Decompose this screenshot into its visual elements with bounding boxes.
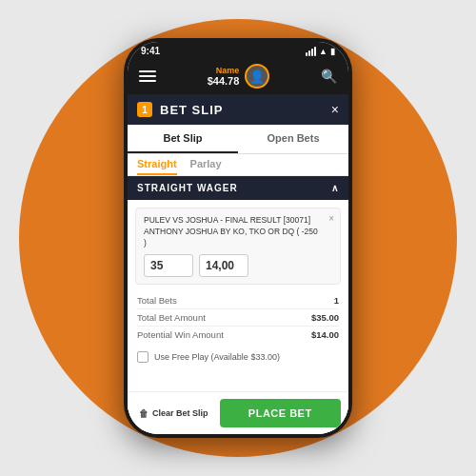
wifi-icon: ▲ bbox=[319, 47, 327, 56]
total-bets-value: 1 bbox=[334, 295, 339, 306]
summary-row: Total Bets 1 bbox=[137, 292, 339, 309]
summary-row: Total Bet Amount $35.00 bbox=[137, 309, 339, 327]
clear-bet-slip-button[interactable]: 🗑 Clear Bet Slip bbox=[135, 408, 212, 419]
free-play-checkbox[interactable] bbox=[137, 351, 149, 363]
status-time: 9:41 bbox=[141, 46, 160, 56]
tab-open-bets[interactable]: Open Bets bbox=[238, 125, 348, 153]
top-nav: Name $44.78 👤 🔍 bbox=[128, 58, 348, 94]
summary-section: Total Bets 1 Total Bet Amount $35.00 Pot… bbox=[128, 285, 348, 347]
win-amount-input[interactable] bbox=[199, 254, 248, 277]
chevron-up-icon[interactable]: ∧ bbox=[331, 183, 339, 193]
main-tabs: Bet Slip Open Bets bbox=[128, 125, 348, 154]
status-icons: ▲ ▮ bbox=[306, 47, 335, 56]
phone-screen: 9:41 ▲ ▮ bbox=[128, 42, 348, 434]
bottom-bar: 🗑 Clear Bet Slip PLACE BET bbox=[128, 391, 348, 434]
account-label: Name $44.78 bbox=[208, 66, 240, 87]
sub-tabs: Straight Parlay bbox=[128, 154, 348, 176]
user-icon: 👤 bbox=[249, 69, 265, 84]
bet-slip-title: BET SLIP bbox=[160, 103, 324, 117]
potential-win-value: $14.00 bbox=[311, 329, 339, 340]
wager-section: STRAIGHT WAGER ∧ × PULEV VS JOSHUA - FIN… bbox=[128, 176, 348, 391]
potential-win-label: Potential Win Amount bbox=[137, 329, 224, 340]
avatar[interactable]: 👤 bbox=[245, 64, 269, 89]
tab-bet-slip[interactable]: Bet Slip bbox=[128, 125, 238, 153]
risk-amount-input[interactable] bbox=[144, 254, 193, 277]
bet-slip-panel: 1 BET SLIP × Bet Slip Open Bets Straight… bbox=[128, 94, 348, 434]
menu-button[interactable] bbox=[139, 70, 156, 82]
bet-slip-header: 1 BET SLIP × bbox=[128, 94, 348, 125]
account-name: Name bbox=[208, 66, 240, 75]
free-play-label: Use Free Play (Available $33.00) bbox=[154, 352, 280, 362]
status-bar: 9:41 ▲ ▮ bbox=[128, 42, 348, 58]
tab-parlay[interactable]: Parlay bbox=[190, 158, 222, 175]
remove-bet-button[interactable]: × bbox=[328, 213, 334, 224]
clear-bet-label: Clear Bet Slip bbox=[152, 408, 208, 418]
bet-description: PULEV VS JOSHUA - FINAL RESULT [30071] A… bbox=[144, 215, 332, 249]
battery-icon: ▮ bbox=[330, 47, 335, 56]
trash-icon: 🗑 bbox=[139, 408, 149, 419]
bet-inputs bbox=[144, 254, 332, 277]
tab-straight[interactable]: Straight bbox=[137, 158, 177, 175]
summary-row: Potential Win Amount $14.00 bbox=[137, 327, 339, 343]
account-balance: $44.78 bbox=[208, 75, 240, 87]
account-area: Name $44.78 👤 bbox=[208, 64, 270, 89]
wager-header: STRAIGHT WAGER ∧ bbox=[128, 176, 348, 200]
signal-icon bbox=[306, 47, 316, 56]
free-play-row: Use Free Play (Available $33.00) bbox=[128, 347, 348, 367]
total-bet-amount-value: $35.00 bbox=[311, 312, 339, 323]
outer-circle: 9:41 ▲ ▮ bbox=[19, 19, 457, 457]
total-bet-amount-label: Total Bet Amount bbox=[137, 312, 206, 323]
wager-title: STRAIGHT WAGER bbox=[137, 183, 238, 193]
close-button[interactable]: × bbox=[331, 102, 339, 117]
place-bet-button[interactable]: PLACE BET bbox=[220, 399, 341, 427]
search-button[interactable]: 🔍 bbox=[321, 69, 337, 84]
bet-count-badge: 1 bbox=[137, 102, 152, 117]
total-bets-label: Total Bets bbox=[137, 295, 177, 306]
phone-shell: 9:41 ▲ ▮ bbox=[124, 38, 352, 438]
bet-item: × PULEV VS JOSHUA - FINAL RESULT [30071]… bbox=[135, 208, 341, 285]
